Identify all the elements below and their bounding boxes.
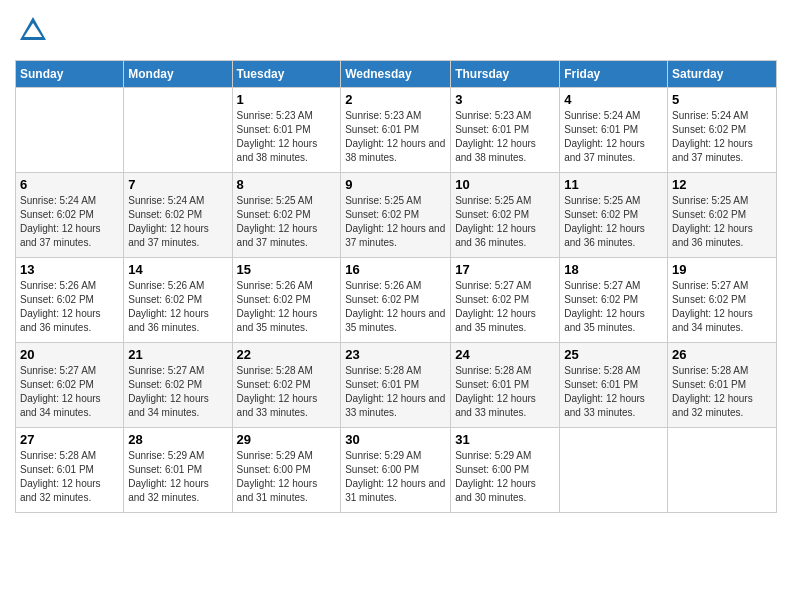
day-number: 10	[455, 177, 555, 192]
calendar-cell	[124, 88, 232, 173]
day-info: Sunrise: 5:26 AM Sunset: 6:02 PM Dayligh…	[237, 279, 337, 335]
calendar-cell: 5Sunrise: 5:24 AM Sunset: 6:02 PM Daylig…	[668, 88, 777, 173]
calendar-cell: 17Sunrise: 5:27 AM Sunset: 6:02 PM Dayli…	[451, 258, 560, 343]
day-number: 22	[237, 347, 337, 362]
calendar-cell: 14Sunrise: 5:26 AM Sunset: 6:02 PM Dayli…	[124, 258, 232, 343]
calendar-week-4: 20Sunrise: 5:27 AM Sunset: 6:02 PM Dayli…	[16, 343, 777, 428]
day-number: 24	[455, 347, 555, 362]
day-number: 3	[455, 92, 555, 107]
day-info: Sunrise: 5:28 AM Sunset: 6:01 PM Dayligh…	[564, 364, 663, 420]
day-number: 13	[20, 262, 119, 277]
calendar-cell: 26Sunrise: 5:28 AM Sunset: 6:01 PM Dayli…	[668, 343, 777, 428]
calendar-cell: 24Sunrise: 5:28 AM Sunset: 6:01 PM Dayli…	[451, 343, 560, 428]
calendar-cell: 2Sunrise: 5:23 AM Sunset: 6:01 PM Daylig…	[341, 88, 451, 173]
days-of-week-row: SundayMondayTuesdayWednesdayThursdayFrid…	[16, 61, 777, 88]
day-info: Sunrise: 5:24 AM Sunset: 6:01 PM Dayligh…	[564, 109, 663, 165]
day-info: Sunrise: 5:24 AM Sunset: 6:02 PM Dayligh…	[20, 194, 119, 250]
calendar-cell	[668, 428, 777, 513]
day-number: 11	[564, 177, 663, 192]
day-info: Sunrise: 5:28 AM Sunset: 6:01 PM Dayligh…	[672, 364, 772, 420]
calendar-cell: 3Sunrise: 5:23 AM Sunset: 6:01 PM Daylig…	[451, 88, 560, 173]
day-number: 5	[672, 92, 772, 107]
calendar-cell: 20Sunrise: 5:27 AM Sunset: 6:02 PM Dayli…	[16, 343, 124, 428]
day-header-wednesday: Wednesday	[341, 61, 451, 88]
calendar-week-3: 13Sunrise: 5:26 AM Sunset: 6:02 PM Dayli…	[16, 258, 777, 343]
day-number: 25	[564, 347, 663, 362]
day-number: 19	[672, 262, 772, 277]
calendar-cell: 19Sunrise: 5:27 AM Sunset: 6:02 PM Dayli…	[668, 258, 777, 343]
day-info: Sunrise: 5:28 AM Sunset: 6:01 PM Dayligh…	[455, 364, 555, 420]
day-info: Sunrise: 5:27 AM Sunset: 6:02 PM Dayligh…	[20, 364, 119, 420]
day-number: 1	[237, 92, 337, 107]
day-info: Sunrise: 5:26 AM Sunset: 6:02 PM Dayligh…	[20, 279, 119, 335]
calendar-cell: 31Sunrise: 5:29 AM Sunset: 6:00 PM Dayli…	[451, 428, 560, 513]
day-info: Sunrise: 5:27 AM Sunset: 6:02 PM Dayligh…	[455, 279, 555, 335]
calendar-cell: 30Sunrise: 5:29 AM Sunset: 6:00 PM Dayli…	[341, 428, 451, 513]
calendar-body: 1Sunrise: 5:23 AM Sunset: 6:01 PM Daylig…	[16, 88, 777, 513]
day-number: 12	[672, 177, 772, 192]
day-info: Sunrise: 5:25 AM Sunset: 6:02 PM Dayligh…	[455, 194, 555, 250]
calendar-cell: 25Sunrise: 5:28 AM Sunset: 6:01 PM Dayli…	[560, 343, 668, 428]
day-number: 7	[128, 177, 227, 192]
day-header-friday: Friday	[560, 61, 668, 88]
day-number: 27	[20, 432, 119, 447]
day-number: 20	[20, 347, 119, 362]
day-number: 6	[20, 177, 119, 192]
day-info: Sunrise: 5:25 AM Sunset: 6:02 PM Dayligh…	[672, 194, 772, 250]
calendar-cell: 4Sunrise: 5:24 AM Sunset: 6:01 PM Daylig…	[560, 88, 668, 173]
day-info: Sunrise: 5:27 AM Sunset: 6:02 PM Dayligh…	[672, 279, 772, 335]
day-info: Sunrise: 5:28 AM Sunset: 6:02 PM Dayligh…	[237, 364, 337, 420]
day-header-tuesday: Tuesday	[232, 61, 341, 88]
calendar-header: SundayMondayTuesdayWednesdayThursdayFrid…	[16, 61, 777, 88]
day-info: Sunrise: 5:25 AM Sunset: 6:02 PM Dayligh…	[237, 194, 337, 250]
day-info: Sunrise: 5:23 AM Sunset: 6:01 PM Dayligh…	[455, 109, 555, 165]
calendar-cell: 18Sunrise: 5:27 AM Sunset: 6:02 PM Dayli…	[560, 258, 668, 343]
day-info: Sunrise: 5:27 AM Sunset: 6:02 PM Dayligh…	[564, 279, 663, 335]
calendar-cell: 11Sunrise: 5:25 AM Sunset: 6:02 PM Dayli…	[560, 173, 668, 258]
calendar-cell: 9Sunrise: 5:25 AM Sunset: 6:02 PM Daylig…	[341, 173, 451, 258]
calendar-cell: 8Sunrise: 5:25 AM Sunset: 6:02 PM Daylig…	[232, 173, 341, 258]
calendar-week-1: 1Sunrise: 5:23 AM Sunset: 6:01 PM Daylig…	[16, 88, 777, 173]
calendar-cell: 7Sunrise: 5:24 AM Sunset: 6:02 PM Daylig…	[124, 173, 232, 258]
calendar-cell	[16, 88, 124, 173]
day-info: Sunrise: 5:28 AM Sunset: 6:01 PM Dayligh…	[20, 449, 119, 505]
day-info: Sunrise: 5:27 AM Sunset: 6:02 PM Dayligh…	[128, 364, 227, 420]
day-number: 31	[455, 432, 555, 447]
day-info: Sunrise: 5:28 AM Sunset: 6:01 PM Dayligh…	[345, 364, 446, 420]
calendar-cell: 15Sunrise: 5:26 AM Sunset: 6:02 PM Dayli…	[232, 258, 341, 343]
day-number: 26	[672, 347, 772, 362]
calendar-cell: 29Sunrise: 5:29 AM Sunset: 6:00 PM Dayli…	[232, 428, 341, 513]
day-header-saturday: Saturday	[668, 61, 777, 88]
day-number: 8	[237, 177, 337, 192]
day-header-monday: Monday	[124, 61, 232, 88]
calendar-cell: 10Sunrise: 5:25 AM Sunset: 6:02 PM Dayli…	[451, 173, 560, 258]
day-number: 9	[345, 177, 446, 192]
day-info: Sunrise: 5:23 AM Sunset: 6:01 PM Dayligh…	[237, 109, 337, 165]
page-header	[15, 15, 777, 50]
calendar-week-2: 6Sunrise: 5:24 AM Sunset: 6:02 PM Daylig…	[16, 173, 777, 258]
day-info: Sunrise: 5:26 AM Sunset: 6:02 PM Dayligh…	[345, 279, 446, 335]
day-info: Sunrise: 5:25 AM Sunset: 6:02 PM Dayligh…	[345, 194, 446, 250]
day-info: Sunrise: 5:29 AM Sunset: 6:00 PM Dayligh…	[455, 449, 555, 505]
day-number: 16	[345, 262, 446, 277]
calendar-cell: 16Sunrise: 5:26 AM Sunset: 6:02 PM Dayli…	[341, 258, 451, 343]
calendar-week-5: 27Sunrise: 5:28 AM Sunset: 6:01 PM Dayli…	[16, 428, 777, 513]
day-number: 15	[237, 262, 337, 277]
day-info: Sunrise: 5:24 AM Sunset: 6:02 PM Dayligh…	[128, 194, 227, 250]
day-info: Sunrise: 5:25 AM Sunset: 6:02 PM Dayligh…	[564, 194, 663, 250]
day-info: Sunrise: 5:24 AM Sunset: 6:02 PM Dayligh…	[672, 109, 772, 165]
day-number: 4	[564, 92, 663, 107]
calendar-cell: 13Sunrise: 5:26 AM Sunset: 6:02 PM Dayli…	[16, 258, 124, 343]
calendar-cell: 27Sunrise: 5:28 AM Sunset: 6:01 PM Dayli…	[16, 428, 124, 513]
day-number: 21	[128, 347, 227, 362]
logo	[15, 15, 48, 50]
day-number: 18	[564, 262, 663, 277]
day-info: Sunrise: 5:29 AM Sunset: 6:01 PM Dayligh…	[128, 449, 227, 505]
day-header-sunday: Sunday	[16, 61, 124, 88]
day-header-thursday: Thursday	[451, 61, 560, 88]
day-info: Sunrise: 5:26 AM Sunset: 6:02 PM Dayligh…	[128, 279, 227, 335]
calendar-cell: 12Sunrise: 5:25 AM Sunset: 6:02 PM Dayli…	[668, 173, 777, 258]
day-number: 2	[345, 92, 446, 107]
calendar-cell: 22Sunrise: 5:28 AM Sunset: 6:02 PM Dayli…	[232, 343, 341, 428]
calendar-cell	[560, 428, 668, 513]
